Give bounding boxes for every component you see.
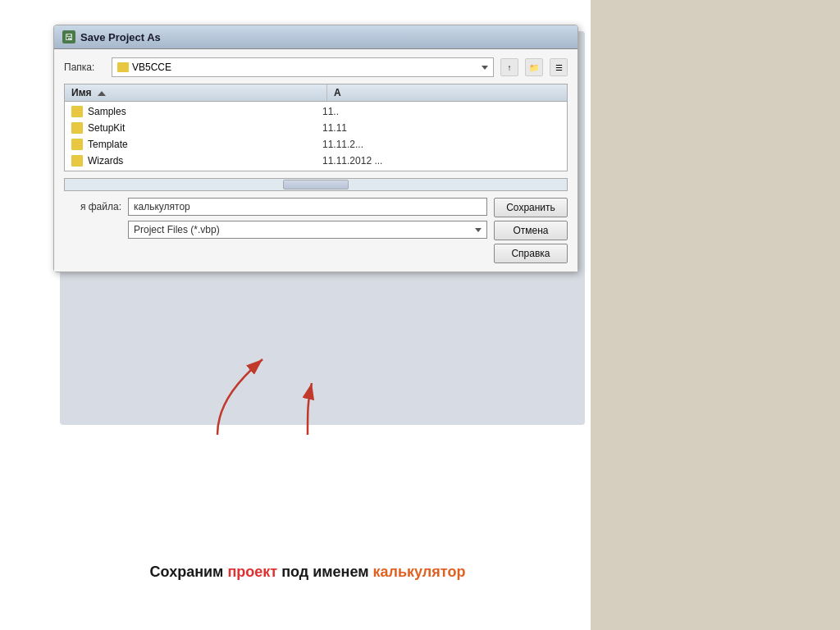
list-header-date: А — [327, 84, 567, 101]
list-header-name: Имя — [65, 84, 327, 101]
dialog-title: Save Project As — [80, 31, 161, 43]
file-name: Samples — [88, 106, 317, 117]
filetype-dropdown-arrow — [475, 228, 482, 232]
save-button[interactable]: Сохранить — [494, 198, 568, 217]
dialog-icon: 🖫 — [62, 30, 75, 43]
horizontal-scrollbar[interactable] — [64, 178, 568, 191]
form-section: я файла: Project Files (*.vbp) — [64, 198, 487, 244]
toolbar-menu-btn[interactable]: ☰ — [550, 58, 568, 76]
dialog-body: Папка: VB5CCE ↑ 📁 ☰ Имя — [54, 49, 578, 272]
list-item[interactable]: SetupKit 11.11 — [65, 120, 567, 136]
file-date: 11.11 — [322, 122, 560, 134]
folder-value: VB5CCE — [132, 62, 171, 73]
scrollbar-thumb[interactable] — [283, 180, 349, 189]
caption-text-red: проект — [227, 564, 277, 580]
list-header: Имя А — [65, 84, 567, 102]
list-body: Samples 11.. SetupKit 11.11 Template 11.… — [65, 102, 567, 171]
folder-label: Папка: — [64, 62, 105, 73]
toolbar-new-btn[interactable]: 📁 — [525, 58, 543, 76]
file-list-area: Имя А Samples 11.. SetupKit — [64, 84, 568, 171]
filename-input[interactable] — [128, 198, 487, 216]
caption-text1: Сохраним — [150, 564, 228, 580]
filename-row: я файла: — [64, 198, 487, 216]
dialog-titlebar: 🖫 Save Project As — [54, 25, 578, 49]
toolbar-up-btn[interactable]: ↑ — [500, 58, 518, 76]
dialog-wrapper: 🖫 Save Project As Папка: VB5CCE ↑ 📁 ☰ — [53, 25, 595, 459]
caption-text2: под именем — [277, 564, 372, 580]
filetype-row: Project Files (*.vbp) — [64, 221, 487, 239]
folder-select-inner: VB5CCE — [117, 62, 171, 73]
file-date: 11.11.2... — [322, 139, 560, 150]
file-icon — [71, 106, 83, 117]
button-section: Сохранить Отмена Справка — [494, 198, 568, 263]
file-name: Wizards — [88, 155, 317, 167]
file-date: 11.. — [322, 106, 560, 117]
cancel-button[interactable]: Отмена — [494, 221, 568, 240]
caption: Сохраним проект под именем калькулятор — [53, 564, 562, 581]
file-date: 11.11.2012 ... — [322, 155, 560, 167]
save-dialog: 🖫 Save Project As Папка: VB5CCE ↑ 📁 ☰ — [53, 25, 578, 272]
folder-icon — [117, 62, 129, 72]
list-item[interactable]: Wizards 11.11.2012 ... — [65, 153, 567, 169]
filetype-dropdown[interactable]: Project Files (*.vbp) — [128, 221, 487, 239]
page-right-background — [591, 0, 840, 630]
filetype-value: Project Files (*.vbp) — [134, 224, 220, 235]
filename-label: я файла: — [64, 201, 121, 212]
folder-dropdown[interactable]: VB5CCE — [112, 57, 494, 77]
list-item[interactable]: Template 11.11.2... — [65, 136, 567, 153]
list-item[interactable]: Samples 11.. — [65, 103, 567, 120]
bottom-section: я файла: Project Files (*.vbp) Сохранить… — [64, 198, 568, 263]
file-icon — [71, 122, 83, 134]
folder-dropdown-arrow — [482, 66, 488, 70]
file-name: Template — [88, 139, 317, 150]
help-button[interactable]: Справка — [494, 244, 568, 263]
file-name: SetupKit — [88, 122, 317, 134]
file-icon — [71, 139, 83, 150]
file-icon — [71, 155, 83, 167]
caption-text-orange: калькулятор — [373, 564, 466, 580]
folder-row: Папка: VB5CCE ↑ 📁 ☰ — [64, 57, 568, 77]
sort-indicator — [98, 91, 106, 96]
